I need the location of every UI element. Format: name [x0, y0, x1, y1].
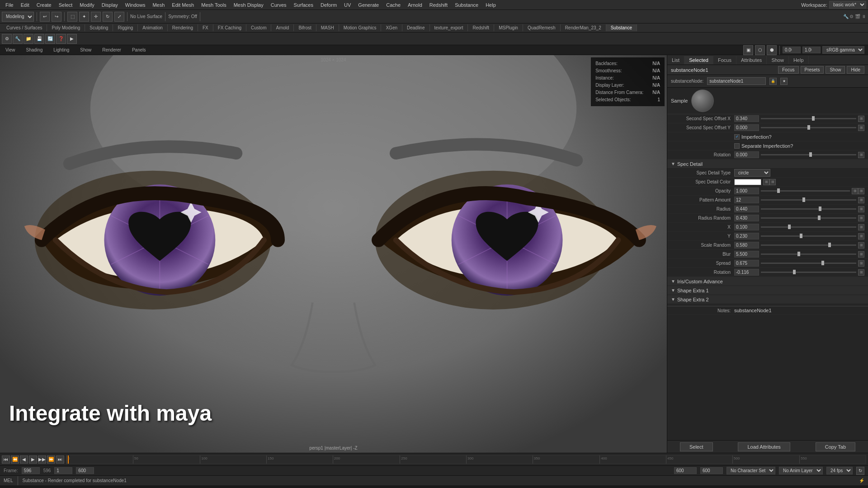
vp-btn-poly[interactable]: ⬡	[755, 45, 765, 55]
attr-end-spread[interactable]: ⊞	[858, 260, 864, 267]
viewport-menu-view[interactable]: View	[4, 47, 17, 52]
playhead[interactable]	[68, 455, 69, 464]
rotate-tool[interactable]: ↻	[103, 12, 113, 22]
shelf-fx[interactable]: FX	[198, 24, 213, 31]
attr-slider-sr[interactable]	[761, 244, 856, 246]
attr-end-sdc1[interactable]: ⊞	[763, 179, 769, 185]
section-spec-detail[interactable]: ▼ Spec Detail	[667, 160, 868, 169]
menu-mesh-display[interactable]: Mesh Display	[230, 1, 267, 9]
viewport-menu-lighting[interactable]: Lighting	[52, 47, 71, 52]
shelf-rendering[interactable]: Rendering	[168, 24, 198, 31]
select-btn[interactable]: Select	[680, 442, 713, 451]
attr-input-blur[interactable]	[734, 251, 759, 258]
shelf-icon-6[interactable]: ❓	[56, 34, 66, 44]
attr-input-y[interactable]	[734, 233, 759, 239]
rp-tab-help[interactable]: Help	[789, 56, 809, 64]
menu-generate[interactable]: Generate	[354, 1, 382, 9]
attr-slider-rotation[interactable]	[761, 154, 856, 155]
shelf-redshift[interactable]: Redshift	[468, 24, 494, 31]
shelf-arnold[interactable]: Arnold	[271, 24, 294, 31]
shelf-curves-surfaces[interactable]: Curves / Surfaces	[2, 24, 47, 31]
shelf-deadline[interactable]: Deadline	[402, 24, 429, 31]
viewport[interactable]: Backfaces: N/A Smoothness: N/A Instance:…	[0, 55, 667, 453]
viewport-menu-show[interactable]: Show	[78, 47, 93, 52]
menu-file[interactable]: File	[2, 1, 17, 9]
menu-windows[interactable]: Windows	[122, 1, 149, 9]
menu-mesh[interactable]: Mesh	[149, 1, 168, 9]
lock-icon[interactable]: 🔒	[769, 78, 777, 85]
attr-select-sdt[interactable]: circle	[734, 169, 770, 177]
attr-end-ssy[interactable]: ⊞	[858, 125, 864, 131]
shelf-icon-5[interactable]: 🔄	[45, 34, 55, 44]
shelf-sculpting[interactable]: Sculpting	[85, 24, 113, 31]
rp-tab-attributes[interactable]: Attributes	[736, 56, 767, 64]
attr-end-pattern[interactable]: ⊞	[858, 197, 864, 203]
attr-slider-x[interactable]	[761, 226, 856, 228]
attr-input-radius[interactable]	[734, 206, 759, 212]
load-attributes-btn[interactable]: Load Attributes	[738, 442, 790, 451]
menu-deform[interactable]: Deform	[317, 1, 340, 9]
no-anim-layer[interactable]: No Anim Layer	[779, 467, 823, 474]
attr-input-pattern[interactable]	[734, 197, 759, 203]
color-swatch-sdc[interactable]	[734, 179, 761, 185]
vp-field1[interactable]	[783, 47, 801, 53]
shelf-msplugin[interactable]: MSPlugin	[494, 24, 523, 31]
attr-end-x[interactable]: ⊞	[858, 224, 864, 230]
shelf-texture-export[interactable]: texture_export	[430, 24, 468, 31]
attr-input-opacity[interactable]	[734, 188, 759, 194]
shelf-icon-3[interactable]: 📁	[24, 34, 33, 44]
attr-slider-pattern[interactable]	[761, 199, 856, 201]
attr-end-rr[interactable]: ⊞	[858, 215, 864, 221]
viewport-menu-panels[interactable]: Panels	[130, 47, 148, 52]
shelf-poly-modeling[interactable]: Poly Modeling	[47, 24, 85, 31]
skip-start-btn[interactable]: ⏮	[2, 455, 10, 464]
menu-edit[interactable]: Edit	[17, 1, 33, 9]
lasso-tool[interactable]: ✦	[79, 12, 89, 22]
attr-end-radius[interactable]: ⊞	[858, 206, 864, 212]
vp-field2[interactable]	[802, 47, 821, 53]
no-character-set[interactable]: No Character Set	[726, 467, 775, 474]
end-frame[interactable]	[76, 467, 94, 474]
viewport-menu-shading[interactable]: Shading	[24, 47, 45, 52]
scale-tool[interactable]: ⤢	[114, 12, 124, 22]
menu-redshift[interactable]: Redshift	[426, 1, 451, 9]
attr-input-rr[interactable]	[734, 215, 759, 221]
attr-input-rotation2[interactable]	[734, 269, 759, 276]
attr-end-sdc2[interactable]: ⊞	[769, 179, 776, 185]
menu-help[interactable]: Help	[482, 1, 500, 9]
rp-tab-list[interactable]: List	[667, 56, 684, 64]
hide-btn[interactable]: Hide	[847, 66, 864, 74]
menu-curves[interactable]: Curves	[267, 1, 290, 9]
attr-slider-rotation2[interactable]	[761, 272, 856, 273]
presets-btn[interactable]: Presets	[801, 66, 824, 74]
attr-slider-ssy[interactable]	[761, 127, 856, 128]
attr-input-x[interactable]	[734, 224, 759, 230]
shelf-mash[interactable]: MASH	[316, 24, 339, 31]
attr-input-rotation[interactable]	[734, 151, 759, 158]
attr-end-opacity1[interactable]: ⊞	[852, 188, 858, 194]
shelf-substance[interactable]: Substance	[606, 24, 637, 31]
shelf-animation[interactable]: Animation	[138, 24, 167, 31]
loop-btn[interactable]: ↻	[856, 467, 864, 475]
section-iris[interactable]: ▼ Iris/Custom Advance	[667, 277, 868, 286]
shelf-icon-1[interactable]: ⚙	[2, 34, 12, 44]
bookmark-icon[interactable]: ★	[780, 78, 788, 85]
attr-end-rotation[interactable]: ⊞	[858, 152, 864, 158]
menu-edit-mesh[interactable]: Edit Mesh	[168, 1, 198, 9]
focus-btn[interactable]: Focus	[778, 66, 798, 74]
imperfection-checkbox[interactable]: ✓	[734, 134, 740, 140]
prev-btn[interactable]: ◀	[20, 455, 28, 464]
playback-end[interactable]	[700, 467, 723, 474]
menu-uv[interactable]: UV	[340, 1, 354, 9]
shelf-fx-caching[interactable]: FX Caching	[213, 24, 246, 31]
select-tool[interactable]: ⬚	[67, 12, 77, 22]
attr-input-ssy[interactable]	[734, 124, 759, 131]
copy-tab-btn[interactable]: Copy Tab	[816, 442, 855, 451]
attr-slider-blur[interactable]	[761, 253, 856, 255]
vp-btn-wireframe[interactable]: ⬢	[767, 45, 777, 55]
shelf-icon-4[interactable]: 💾	[34, 34, 44, 44]
toolbar-btn-2[interactable]: ↪	[52, 12, 61, 22]
menu-select[interactable]: Select	[55, 1, 76, 9]
play-forward-btn[interactable]: ▶▶	[38, 455, 46, 464]
start-frame[interactable]	[54, 467, 72, 474]
